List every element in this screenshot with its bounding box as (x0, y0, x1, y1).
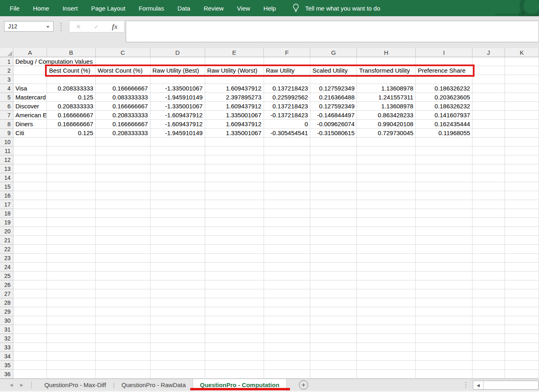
cell-F3[interactable] (264, 75, 311, 84)
cell-J3[interactable] (472, 75, 505, 84)
cell-F6[interactable]: 0.137218423 (264, 102, 311, 111)
row-header-32[interactable]: 32 (0, 334, 13, 343)
cell-K8[interactable] (505, 120, 539, 129)
cell-J8[interactable] (472, 120, 505, 129)
cell-H9[interactable]: 0.729730045 (357, 129, 416, 138)
cell-E36[interactable] (205, 370, 264, 379)
select-all-corner[interactable] (0, 48, 13, 57)
cell-C12[interactable] (96, 155, 150, 164)
cell-G35[interactable] (310, 361, 357, 370)
column-header-F[interactable]: F (264, 48, 310, 57)
cell-E21[interactable] (205, 236, 264, 245)
horizontal-scrollbar[interactable]: ◀ (473, 381, 539, 390)
cell-G36[interactable] (310, 370, 357, 379)
cell-J31[interactable] (472, 325, 505, 334)
cell-G28[interactable] (310, 298, 357, 307)
cell-E4[interactable]: 1.609437912 (205, 84, 264, 93)
cell-I17[interactable] (416, 200, 472, 209)
cell-K31[interactable] (505, 325, 539, 334)
row-header-26[interactable]: 26 (0, 280, 13, 289)
cell-C20[interactable] (96, 227, 150, 236)
column-header-H[interactable]: H (357, 48, 416, 57)
column-header-C[interactable]: C (96, 48, 150, 57)
cell-G34[interactable] (310, 352, 357, 361)
cell-K21[interactable] (505, 236, 539, 245)
cell-G23[interactable] (310, 254, 357, 263)
cell-K17[interactable] (505, 200, 539, 209)
cell-J32[interactable] (472, 334, 505, 343)
row-header-11[interactable]: 11 (0, 146, 13, 155)
cell-B6[interactable]: 0.208333333 (47, 102, 96, 111)
cell-J30[interactable] (472, 316, 505, 325)
cell-H2[interactable]: Transformed Utility (357, 66, 416, 75)
row-header-17[interactable]: 17 (0, 200, 13, 209)
cell-A33[interactable] (13, 343, 47, 352)
cell-D34[interactable] (150, 352, 205, 361)
cell-F33[interactable] (264, 343, 311, 352)
column-header-J[interactable]: J (472, 48, 505, 57)
scrollbar-track[interactable] (483, 381, 538, 389)
cell-K18[interactable] (505, 209, 539, 218)
cell-D7[interactable]: -1.609437912 (150, 111, 205, 120)
cell-C27[interactable] (96, 289, 150, 298)
cell-I8[interactable]: 0.162435444 (416, 120, 472, 129)
cell-K7[interactable] (505, 111, 539, 120)
row-header-23[interactable]: 23 (0, 254, 13, 263)
cell-I20[interactable] (416, 227, 472, 236)
cell-A28[interactable] (13, 298, 47, 307)
tab-questionpro-computation[interactable]: QuestionPro - Computation (193, 379, 287, 391)
cell-E18[interactable] (205, 209, 264, 218)
cell-E7[interactable]: 1.335001067 (205, 111, 264, 120)
cell-I1[interactable] (416, 57, 472, 66)
cell-B31[interactable] (47, 325, 96, 334)
cell-I32[interactable] (416, 334, 472, 343)
cell-A27[interactable] (13, 289, 47, 298)
cell-H4[interactable]: 1.13608978 (357, 84, 416, 93)
row-header-34[interactable]: 34 (0, 352, 13, 361)
cell-E26[interactable] (205, 280, 264, 289)
cell-B14[interactable] (47, 173, 96, 182)
cell-B22[interactable] (47, 245, 96, 254)
cell-D25[interactable] (150, 271, 205, 280)
cell-E13[interactable] (205, 164, 264, 173)
cell-G9[interactable]: -0.315080615 (310, 129, 357, 138)
cell-K19[interactable] (505, 218, 539, 227)
cell-J25[interactable] (472, 271, 505, 280)
cell-D27[interactable] (150, 289, 205, 298)
cell-K22[interactable] (505, 245, 539, 254)
tabbar-grip[interactable] (465, 382, 466, 388)
menu-file[interactable]: File (10, 5, 19, 12)
cell-D36[interactable] (150, 370, 205, 379)
cell-D24[interactable] (150, 263, 205, 271)
cell-J5[interactable] (472, 93, 505, 102)
cell-A16[interactable] (13, 191, 47, 200)
cell-C25[interactable] (96, 271, 150, 280)
cell-B19[interactable] (47, 218, 96, 227)
cell-I3[interactable] (416, 75, 472, 84)
cell-I11[interactable] (416, 146, 472, 155)
cell-J10[interactable] (472, 138, 505, 146)
cell-A26[interactable] (13, 280, 47, 289)
cell-A18[interactable] (13, 209, 47, 218)
cell-E8[interactable]: 1.609437912 (205, 120, 264, 129)
menu-home[interactable]: Home (33, 5, 49, 12)
cell-E16[interactable] (205, 191, 264, 200)
cell-E27[interactable] (205, 289, 264, 298)
cell-C32[interactable] (96, 334, 150, 343)
cell-A1[interactable]: Debug / Computation Values (13, 57, 47, 66)
cell-J22[interactable] (472, 245, 505, 254)
cell-B30[interactable] (47, 316, 96, 325)
cell-I19[interactable] (416, 218, 472, 227)
cell-K29[interactable] (505, 307, 539, 316)
cell-K5[interactable] (505, 93, 539, 102)
column-header-G[interactable]: G (310, 48, 357, 57)
cell-H29[interactable] (357, 307, 416, 316)
cell-E35[interactable] (205, 361, 264, 370)
cell-J15[interactable] (472, 182, 505, 191)
cell-A14[interactable] (13, 173, 47, 182)
cell-F31[interactable] (264, 325, 311, 334)
cell-D23[interactable] (150, 254, 205, 263)
cell-J24[interactable] (472, 263, 505, 271)
cell-F12[interactable] (264, 155, 311, 164)
row-header-36[interactable]: 36 (0, 370, 13, 379)
